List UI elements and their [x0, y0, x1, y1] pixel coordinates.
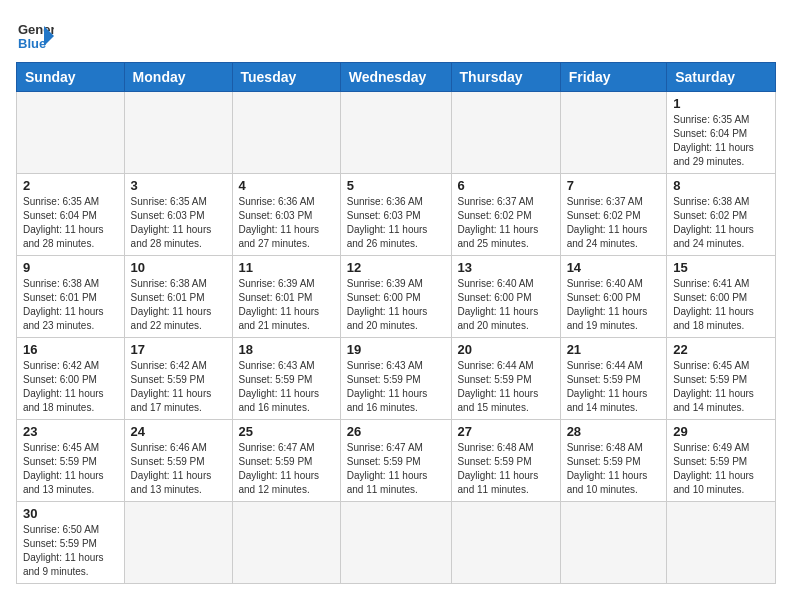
calendar-cell	[451, 92, 560, 174]
day-number: 6	[458, 178, 554, 193]
calendar-cell	[451, 502, 560, 584]
calendar-cell: 6Sunrise: 6:37 AM Sunset: 6:02 PM Daylig…	[451, 174, 560, 256]
calendar-cell: 23Sunrise: 6:45 AM Sunset: 5:59 PM Dayli…	[17, 420, 125, 502]
calendar-cell: 21Sunrise: 6:44 AM Sunset: 5:59 PM Dayli…	[560, 338, 667, 420]
day-info: Sunrise: 6:41 AM Sunset: 6:00 PM Dayligh…	[673, 277, 769, 333]
calendar-cell: 5Sunrise: 6:36 AM Sunset: 6:03 PM Daylig…	[340, 174, 451, 256]
day-number: 28	[567, 424, 661, 439]
calendar-cell	[560, 92, 667, 174]
day-number: 13	[458, 260, 554, 275]
day-info: Sunrise: 6:35 AM Sunset: 6:03 PM Dayligh…	[131, 195, 226, 251]
calendar-cell: 10Sunrise: 6:38 AM Sunset: 6:01 PM Dayli…	[124, 256, 232, 338]
day-info: Sunrise: 6:43 AM Sunset: 5:59 PM Dayligh…	[239, 359, 334, 415]
day-info: Sunrise: 6:35 AM Sunset: 6:04 PM Dayligh…	[23, 195, 118, 251]
day-number: 9	[23, 260, 118, 275]
calendar-cell: 8Sunrise: 6:38 AM Sunset: 6:02 PM Daylig…	[667, 174, 776, 256]
day-info: Sunrise: 6:48 AM Sunset: 5:59 PM Dayligh…	[567, 441, 661, 497]
calendar-week-5: 23Sunrise: 6:45 AM Sunset: 5:59 PM Dayli…	[17, 420, 776, 502]
calendar-cell: 19Sunrise: 6:43 AM Sunset: 5:59 PM Dayli…	[340, 338, 451, 420]
day-info: Sunrise: 6:36 AM Sunset: 6:03 PM Dayligh…	[347, 195, 445, 251]
calendar-cell	[340, 502, 451, 584]
svg-text:Blue: Blue	[18, 36, 46, 51]
calendar-cell: 20Sunrise: 6:44 AM Sunset: 5:59 PM Dayli…	[451, 338, 560, 420]
calendar-cell: 25Sunrise: 6:47 AM Sunset: 5:59 PM Dayli…	[232, 420, 340, 502]
day-info: Sunrise: 6:40 AM Sunset: 6:00 PM Dayligh…	[458, 277, 554, 333]
header: General Blue	[16, 16, 776, 54]
calendar-week-3: 9Sunrise: 6:38 AM Sunset: 6:01 PM Daylig…	[17, 256, 776, 338]
day-number: 29	[673, 424, 769, 439]
calendar-cell: 1Sunrise: 6:35 AM Sunset: 6:04 PM Daylig…	[667, 92, 776, 174]
day-info: Sunrise: 6:36 AM Sunset: 6:03 PM Dayligh…	[239, 195, 334, 251]
calendar-cell	[124, 502, 232, 584]
logo: General Blue	[16, 16, 54, 54]
day-number: 20	[458, 342, 554, 357]
calendar-cell	[124, 92, 232, 174]
day-number: 22	[673, 342, 769, 357]
day-info: Sunrise: 6:40 AM Sunset: 6:00 PM Dayligh…	[567, 277, 661, 333]
calendar-week-2: 2Sunrise: 6:35 AM Sunset: 6:04 PM Daylig…	[17, 174, 776, 256]
weekday-header-friday: Friday	[560, 63, 667, 92]
calendar-cell: 13Sunrise: 6:40 AM Sunset: 6:00 PM Dayli…	[451, 256, 560, 338]
day-info: Sunrise: 6:47 AM Sunset: 5:59 PM Dayligh…	[239, 441, 334, 497]
day-info: Sunrise: 6:39 AM Sunset: 6:00 PM Dayligh…	[347, 277, 445, 333]
calendar-cell: 22Sunrise: 6:45 AM Sunset: 5:59 PM Dayli…	[667, 338, 776, 420]
day-info: Sunrise: 6:42 AM Sunset: 5:59 PM Dayligh…	[131, 359, 226, 415]
weekday-header-monday: Monday	[124, 63, 232, 92]
calendar-cell: 7Sunrise: 6:37 AM Sunset: 6:02 PM Daylig…	[560, 174, 667, 256]
weekday-header-row: SundayMondayTuesdayWednesdayThursdayFrid…	[17, 63, 776, 92]
calendar-cell: 11Sunrise: 6:39 AM Sunset: 6:01 PM Dayli…	[232, 256, 340, 338]
calendar-cell: 16Sunrise: 6:42 AM Sunset: 6:00 PM Dayli…	[17, 338, 125, 420]
weekday-header-saturday: Saturday	[667, 63, 776, 92]
calendar-cell: 14Sunrise: 6:40 AM Sunset: 6:00 PM Dayli…	[560, 256, 667, 338]
weekday-header-wednesday: Wednesday	[340, 63, 451, 92]
day-number: 3	[131, 178, 226, 193]
calendar-cell: 28Sunrise: 6:48 AM Sunset: 5:59 PM Dayli…	[560, 420, 667, 502]
calendar-cell: 30Sunrise: 6:50 AM Sunset: 5:59 PM Dayli…	[17, 502, 125, 584]
day-number: 19	[347, 342, 445, 357]
weekday-header-sunday: Sunday	[17, 63, 125, 92]
day-info: Sunrise: 6:44 AM Sunset: 5:59 PM Dayligh…	[567, 359, 661, 415]
calendar-cell: 2Sunrise: 6:35 AM Sunset: 6:04 PM Daylig…	[17, 174, 125, 256]
day-info: Sunrise: 6:49 AM Sunset: 5:59 PM Dayligh…	[673, 441, 769, 497]
calendar-cell: 29Sunrise: 6:49 AM Sunset: 5:59 PM Dayli…	[667, 420, 776, 502]
day-info: Sunrise: 6:45 AM Sunset: 5:59 PM Dayligh…	[673, 359, 769, 415]
calendar-table: SundayMondayTuesdayWednesdayThursdayFrid…	[16, 62, 776, 584]
day-number: 17	[131, 342, 226, 357]
day-info: Sunrise: 6:35 AM Sunset: 6:04 PM Dayligh…	[673, 113, 769, 169]
day-info: Sunrise: 6:50 AM Sunset: 5:59 PM Dayligh…	[23, 523, 118, 579]
day-info: Sunrise: 6:43 AM Sunset: 5:59 PM Dayligh…	[347, 359, 445, 415]
day-info: Sunrise: 6:48 AM Sunset: 5:59 PM Dayligh…	[458, 441, 554, 497]
day-number: 26	[347, 424, 445, 439]
day-number: 12	[347, 260, 445, 275]
day-info: Sunrise: 6:45 AM Sunset: 5:59 PM Dayligh…	[23, 441, 118, 497]
calendar-cell	[232, 502, 340, 584]
day-number: 21	[567, 342, 661, 357]
day-number: 10	[131, 260, 226, 275]
day-number: 16	[23, 342, 118, 357]
day-number: 25	[239, 424, 334, 439]
day-number: 24	[131, 424, 226, 439]
day-number: 30	[23, 506, 118, 521]
day-number: 18	[239, 342, 334, 357]
calendar-cell: 27Sunrise: 6:48 AM Sunset: 5:59 PM Dayli…	[451, 420, 560, 502]
day-info: Sunrise: 6:44 AM Sunset: 5:59 PM Dayligh…	[458, 359, 554, 415]
day-info: Sunrise: 6:46 AM Sunset: 5:59 PM Dayligh…	[131, 441, 226, 497]
calendar-cell: 24Sunrise: 6:46 AM Sunset: 5:59 PM Dayli…	[124, 420, 232, 502]
calendar-cell: 4Sunrise: 6:36 AM Sunset: 6:03 PM Daylig…	[232, 174, 340, 256]
day-number: 5	[347, 178, 445, 193]
calendar-cell	[17, 92, 125, 174]
calendar-week-4: 16Sunrise: 6:42 AM Sunset: 6:00 PM Dayli…	[17, 338, 776, 420]
day-number: 15	[673, 260, 769, 275]
day-number: 14	[567, 260, 661, 275]
calendar-week-1: 1Sunrise: 6:35 AM Sunset: 6:04 PM Daylig…	[17, 92, 776, 174]
calendar-cell	[667, 502, 776, 584]
day-info: Sunrise: 6:38 AM Sunset: 6:01 PM Dayligh…	[131, 277, 226, 333]
day-info: Sunrise: 6:37 AM Sunset: 6:02 PM Dayligh…	[458, 195, 554, 251]
weekday-header-tuesday: Tuesday	[232, 63, 340, 92]
day-number: 7	[567, 178, 661, 193]
day-info: Sunrise: 6:39 AM Sunset: 6:01 PM Dayligh…	[239, 277, 334, 333]
day-number: 11	[239, 260, 334, 275]
calendar-week-6: 30Sunrise: 6:50 AM Sunset: 5:59 PM Dayli…	[17, 502, 776, 584]
day-info: Sunrise: 6:42 AM Sunset: 6:00 PM Dayligh…	[23, 359, 118, 415]
day-info: Sunrise: 6:47 AM Sunset: 5:59 PM Dayligh…	[347, 441, 445, 497]
